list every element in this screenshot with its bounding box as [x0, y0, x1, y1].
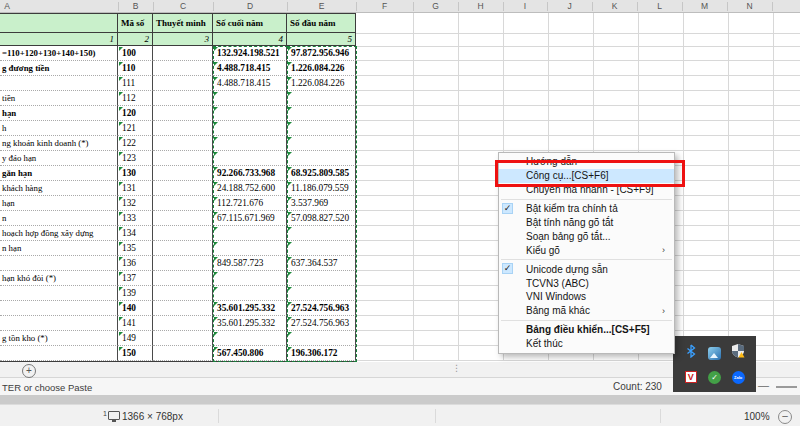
table-cell[interactable]	[153, 331, 213, 346]
menu-item[interactable]: Bảng điều khiển...[CS+F5]	[499, 323, 674, 337]
value-end-of-year-cell[interactable]: 35.601.295.332	[213, 301, 287, 316]
value-end-of-year-cell[interactable]: 35.601.295.332	[213, 316, 287, 331]
table-cell[interactable]	[153, 136, 213, 151]
column-header-c[interactable]: C	[173, 1, 193, 11]
value-end-of-year-cell[interactable]: 4.488.718.415	[213, 76, 287, 91]
value-start-of-year-cell[interactable]	[287, 91, 356, 106]
photos-icon[interactable]	[708, 347, 721, 360]
value-start-of-year-cell[interactable]: 1.226.084.226	[287, 76, 356, 91]
value-end-of-year-cell[interactable]	[213, 106, 287, 121]
table-header-cell[interactable]	[0, 13, 118, 33]
menu-item[interactable]: TCVN3 (ABC)	[499, 276, 674, 290]
row-code-cell[interactable]: 121	[118, 121, 153, 136]
row-label-cell[interactable]	[0, 256, 118, 271]
row-code-cell[interactable]: 141	[118, 316, 153, 331]
table-cell[interactable]	[153, 121, 213, 136]
table-cell[interactable]	[153, 46, 213, 61]
table-index-cell[interactable]: 3	[153, 33, 213, 46]
table-header-cell[interactable]: Thuyết minh	[153, 13, 213, 33]
row-label-cell[interactable]: gắn hạn	[0, 166, 118, 181]
value-end-of-year-cell[interactable]	[213, 331, 287, 346]
table-cell[interactable]	[153, 316, 213, 331]
value-start-of-year-cell[interactable]: 27.524.756.963	[287, 301, 356, 316]
row-label-cell[interactable]	[0, 316, 118, 331]
table-index-cell[interactable]: 2	[118, 33, 153, 46]
column-header-m[interactable]: M	[695, 1, 715, 11]
column-header-h[interactable]: H	[471, 1, 491, 11]
value-end-of-year-cell[interactable]	[213, 226, 287, 241]
zoom-slider-track[interactable]	[776, 386, 797, 388]
column-header-d[interactable]: D	[240, 1, 260, 11]
value-end-of-year-cell[interactable]: 92.266.733.968	[213, 166, 287, 181]
column-header-k[interactable]: K	[605, 1, 625, 11]
menu-item[interactable]: Kiểu gõ›	[499, 243, 674, 257]
row-code-cell[interactable]: 132	[118, 196, 153, 211]
row-label-cell[interactable]: n hạn	[0, 241, 118, 256]
menu-item[interactable]: VNI Windows	[499, 290, 674, 304]
table-cell[interactable]	[153, 226, 213, 241]
row-label-cell[interactable]	[0, 76, 118, 91]
menu-item[interactable]: Soạn bảng gõ tắt...	[499, 229, 674, 243]
table-cell[interactable]	[153, 91, 213, 106]
menu-item[interactable]: ✓Unicode dựng sẵn	[499, 262, 674, 276]
table-cell[interactable]	[153, 286, 213, 301]
row-code-cell[interactable]: 139	[118, 286, 153, 301]
checkmark-icon[interactable]: ✓	[708, 371, 721, 384]
table-cell[interactable]	[153, 301, 213, 316]
value-start-of-year-cell[interactable]: 3.537.969	[287, 196, 356, 211]
value-start-of-year-cell[interactable]	[287, 106, 356, 121]
table-cell[interactable]	[153, 181, 213, 196]
table-cell[interactable]	[153, 196, 213, 211]
row-label-cell[interactable]: =110+120+130+140+150)	[0, 46, 118, 61]
value-end-of-year-cell[interactable]: 567.450.806	[213, 346, 287, 361]
row-label-cell[interactable]: hạn khó đòi (*)	[0, 271, 118, 286]
table-index-cell[interactable]: 1	[0, 33, 118, 46]
table-header-cell[interactable]: Mã số	[118, 13, 153, 33]
row-code-cell[interactable]: 123	[118, 151, 153, 166]
value-start-of-year-cell[interactable]	[287, 241, 356, 256]
column-header-g[interactable]: G	[426, 1, 446, 11]
value-end-of-year-cell[interactable]	[213, 136, 287, 151]
value-end-of-year-cell[interactable]: 24.188.752.600	[213, 181, 287, 196]
column-header-l[interactable]: L	[650, 1, 670, 11]
value-start-of-year-cell[interactable]	[287, 271, 356, 286]
table-cell[interactable]	[153, 166, 213, 181]
row-code-cell[interactable]: 150	[118, 346, 153, 361]
row-code-cell[interactable]: 100	[118, 46, 153, 61]
table-cell[interactable]	[153, 241, 213, 256]
row-code-cell[interactable]: 135	[118, 241, 153, 256]
row-label-cell[interactable]: tiền	[0, 91, 118, 106]
row-code-cell[interactable]: 140	[118, 301, 153, 316]
row-label-cell[interactable]	[0, 286, 118, 301]
menu-item[interactable]: Bật tính năng gõ tắt	[499, 216, 674, 230]
row-code-cell[interactable]: 122	[118, 136, 153, 151]
table-cell[interactable]	[153, 346, 213, 361]
value-end-of-year-cell[interactable]	[213, 151, 287, 166]
zalo-icon[interactable]: Zalo	[732, 371, 745, 384]
zoom-out-button[interactable]: –	[778, 410, 792, 424]
row-code-cell[interactable]: 131	[118, 181, 153, 196]
row-code-cell[interactable]: 137	[118, 271, 153, 286]
column-header-e[interactable]: E	[312, 1, 332, 11]
value-end-of-year-cell[interactable]: 132.924.198.521	[213, 46, 287, 61]
unikey-icon[interactable]: V	[685, 371, 697, 383]
column-header-b[interactable]: B	[126, 1, 146, 11]
value-start-of-year-cell[interactable]	[287, 151, 356, 166]
row-label-cell[interactable]	[0, 301, 118, 316]
row-label-cell[interactable]: y đáo hạn	[0, 151, 118, 166]
value-end-of-year-cell[interactable]: 112.721.676	[213, 196, 287, 211]
table-cell[interactable]	[153, 76, 213, 91]
row-code-cell[interactable]: 120	[118, 106, 153, 121]
value-start-of-year-cell[interactable]	[287, 331, 356, 346]
row-label-cell[interactable]: khách hàng	[0, 181, 118, 196]
column-header-j[interactable]: J	[560, 1, 580, 11]
value-end-of-year-cell[interactable]: 4.488.718.415	[213, 61, 287, 76]
value-start-of-year-cell[interactable]: 637.364.537	[287, 256, 356, 271]
row-code-cell[interactable]: 112	[118, 91, 153, 106]
value-end-of-year-cell[interactable]	[213, 241, 287, 256]
row-code-cell[interactable]: 110	[118, 61, 153, 76]
value-end-of-year-cell[interactable]	[213, 286, 287, 301]
table-cell[interactable]	[153, 211, 213, 226]
row-label-cell[interactable]: h	[0, 121, 118, 136]
table-index-cell[interactable]: 5	[287, 33, 356, 46]
